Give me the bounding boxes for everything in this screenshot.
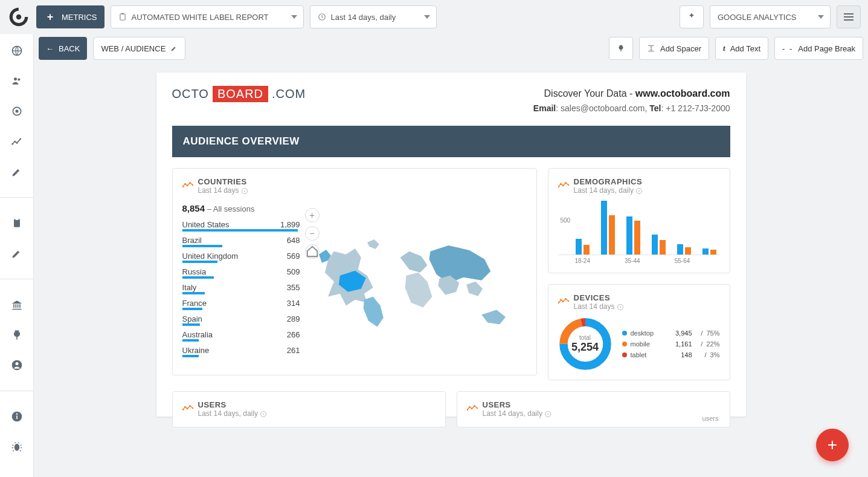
section-name-button[interactable]: WEB / AUDIENCE <box>93 37 185 60</box>
time-range-label: Last 14 days, daily <box>331 13 396 22</box>
home-icon <box>306 245 319 258</box>
add-spacer-button[interactable]: Add Spacer <box>639 37 709 60</box>
countries-widget[interactable]: COUNTRIES Last 14 days 8,854 – All sessi… <box>172 168 537 375</box>
demographics-bar-group <box>649 201 669 255</box>
sidebar-chart[interactable] <box>10 134 24 149</box>
time-range-dropdown[interactable]: Last 14 days, daily <box>310 5 437 28</box>
fab-add-button[interactable]: + <box>816 429 849 461</box>
svg-point-35 <box>565 298 567 300</box>
demographics-xaxis: 18-2435-4455-64 <box>558 258 720 264</box>
trend-icon <box>467 403 478 409</box>
sidebar-clipboard[interactable] <box>10 216 24 230</box>
section-name-label: WEB / AUDIENCE <box>101 44 166 53</box>
plug-icon <box>617 44 625 53</box>
devices-widget[interactable]: DEVICES Last 14 days <box>548 284 730 380</box>
demographics-bar <box>634 221 640 255</box>
add-text-label: Add Text <box>730 44 760 53</box>
demographics-bar <box>652 235 658 255</box>
country-bar <box>182 308 202 310</box>
sidebar-bug[interactable] <box>10 440 24 454</box>
svg-point-30 <box>565 182 567 184</box>
people-icon <box>11 75 23 87</box>
demographics-bar-group <box>699 201 720 255</box>
countries-list: 8,854 – All sessions United States1,899B… <box>182 203 300 366</box>
trend-icon <box>182 403 193 409</box>
report-dropdown-label: AUTOMATED WHITE LABEL REPORT <box>132 13 269 22</box>
svg-point-25 <box>189 182 191 184</box>
svg-point-33 <box>560 299 562 301</box>
sidebar-globe[interactable] <box>10 44 24 58</box>
map-zoom-out[interactable]: − <box>305 226 320 241</box>
country-name: United States <box>182 220 230 229</box>
country-row: Ukraine261 <box>182 343 300 355</box>
svg-rect-3 <box>121 13 124 15</box>
svg-point-10 <box>11 143 13 145</box>
map-home[interactable] <box>305 244 320 259</box>
sidebar-pencil[interactable] <box>10 164 24 179</box>
svg-point-47 <box>471 408 472 410</box>
bullseye-icon <box>636 188 642 194</box>
users-widget-2[interactable]: USERS Last 14 days, daily users <box>457 391 730 427</box>
page-break-icon: - - <box>782 44 793 53</box>
sidebar-info[interactable] <box>10 409 24 424</box>
demographics-bar-group <box>573 201 593 255</box>
country-row: Italy355 <box>182 280 300 292</box>
clipboard-icon <box>11 217 23 229</box>
pencil-icon <box>11 166 23 178</box>
brand-logo <box>7 5 30 28</box>
legend-dot <box>622 352 627 357</box>
country-bar <box>182 339 199 342</box>
report-dropdown[interactable]: AUTOMATED WHITE LABEL REPORT <box>111 5 304 28</box>
source-dropdown[interactable]: GOOGLE ANALYTICS <box>710 5 831 28</box>
add-text-button[interactable]: t Add Text <box>715 37 768 60</box>
country-name: Australia <box>182 330 213 339</box>
bullseye-icon <box>617 304 623 310</box>
sidebar-account[interactable] <box>10 358 24 372</box>
users2-subtitle: Last 14 days, daily <box>483 409 542 418</box>
devices-legend: desktop3,945/ 75%mobile1,161/ 22%tablet1… <box>622 328 720 360</box>
email-value: : sales@octoboard.com, <box>556 103 649 113</box>
demographics-bar <box>660 240 666 255</box>
back-button[interactable]: ← BACK <box>39 37 87 60</box>
theme-icon-button[interactable] <box>680 5 704 28</box>
metrics-button[interactable]: + METRICS <box>36 5 104 28</box>
sidebar-target[interactable] <box>10 104 24 118</box>
add-page-break-button[interactable]: - - Add Page Break <box>774 37 863 60</box>
country-row: Spain289 <box>182 311 300 323</box>
logo-part-2: BOARD <box>213 86 268 102</box>
country-name: Brazil <box>182 236 202 245</box>
demographics-chart <box>558 201 720 255</box>
users-widget-1[interactable]: USERS Last 14 days, daily <box>172 391 446 427</box>
plug-tool-button[interactable] <box>609 37 633 60</box>
devices-total-label: total <box>579 334 591 341</box>
svg-point-29 <box>562 185 564 187</box>
country-bar <box>182 276 214 279</box>
legend-pct: / 75% <box>696 329 720 337</box>
countries-total-label: – All sessions <box>205 204 254 213</box>
demographics-xlabel: 35-44 <box>620 258 645 264</box>
users2-title: USERS <box>483 400 551 409</box>
report-canvas[interactable]: OCTO BOARD .COM Discover Your Data - www… <box>34 63 868 477</box>
widgets-row: COUNTRIES Last 14 days 8,854 – All sessi… <box>156 157 746 380</box>
country-value: 509 <box>287 267 300 276</box>
devices-legend-row: mobile1,161/ 22% <box>622 339 720 349</box>
sidebar-bank[interactable] <box>10 297 24 312</box>
world-map[interactable]: + − <box>310 203 527 366</box>
demographics-widget[interactable]: DEMOGRAPHICS Last 14 days, daily 500 18-… <box>548 168 730 273</box>
sparkle-icon <box>687 12 696 22</box>
sidebar-pencil2[interactable] <box>10 246 24 261</box>
legend-dot <box>622 331 627 336</box>
svg-point-6 <box>14 77 17 80</box>
demographics-bar <box>609 215 615 255</box>
menu-button[interactable] <box>837 5 861 28</box>
spacer-icon <box>647 44 655 53</box>
legend-dot <box>622 342 627 346</box>
demographics-bar <box>685 247 691 255</box>
sidebar-people[interactable] <box>10 74 24 88</box>
demographics-xlabel: 55-64 <box>670 258 695 264</box>
sidebar-plug[interactable] <box>10 328 24 342</box>
logo-part-1: OCTO <box>172 87 209 101</box>
map-zoom-in[interactable]: + <box>305 208 320 222</box>
demographics-title: DEMOGRAPHICS <box>574 177 643 186</box>
devices-title: DEVICES <box>574 293 623 302</box>
